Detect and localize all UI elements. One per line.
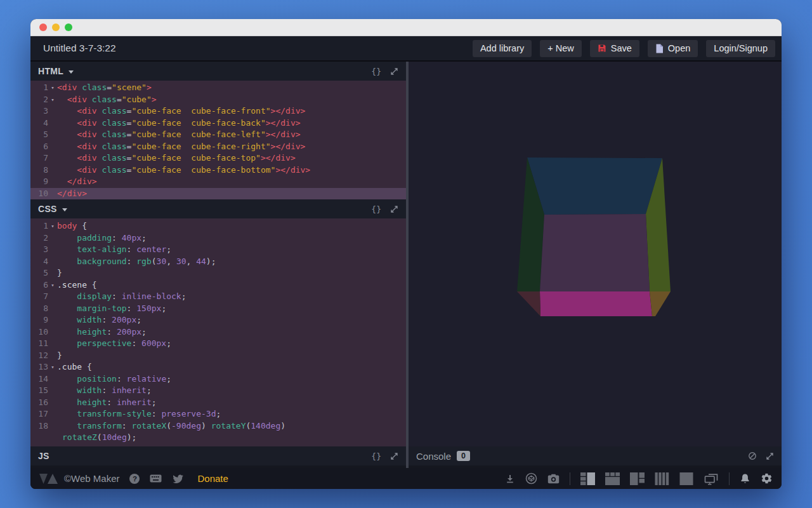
code-line[interactable]: 8 <div class="cube-face cube-face-bottom… bbox=[30, 164, 406, 177]
code-line[interactable]: 10 height: 200px; bbox=[30, 326, 406, 338]
code-line[interactable]: 18 transform: rotateX(-90deg) rotateY(14… bbox=[30, 420, 406, 432]
new-button[interactable]: + New bbox=[540, 40, 582, 57]
expand-console-icon[interactable] bbox=[766, 452, 774, 460]
code-line[interactable]: 5 <div class="cube-face cube-face-left">… bbox=[30, 129, 406, 141]
code-line[interactable]: 7 <div class="cube-face cube-face-top"><… bbox=[30, 152, 406, 164]
login-signup-button[interactable]: Login/Signup bbox=[706, 40, 775, 57]
layout-columns-icon[interactable] bbox=[655, 472, 669, 485]
help-icon[interactable]: ? bbox=[129, 474, 140, 484]
html-pane-label: HTML bbox=[38, 66, 63, 76]
floppy-icon bbox=[598, 44, 606, 53]
open-button[interactable]: Open bbox=[648, 40, 698, 57]
console-count-badge: 0 bbox=[457, 451, 470, 461]
keyboard-icon[interactable] bbox=[150, 474, 162, 483]
chevron-down-icon[interactable] bbox=[62, 208, 67, 211]
html-pane-header: HTML {} bbox=[30, 62, 406, 81]
css-pane-header: CSS {} bbox=[30, 199, 406, 218]
code-line[interactable]: 4 <div class="cube-face cube-face-back">… bbox=[30, 117, 406, 130]
donate-link[interactable]: Donate bbox=[197, 473, 228, 484]
close-button[interactable] bbox=[39, 23, 47, 31]
download-icon[interactable] bbox=[505, 474, 515, 484]
save-button[interactable]: Save bbox=[590, 40, 639, 57]
expand-pane-icon[interactable] bbox=[390, 67, 398, 76]
app-window: Untitled 3-7-3:22 Add library + New Save… bbox=[30, 19, 782, 489]
code-line[interactable]: 11 perspective: 600px; bbox=[30, 338, 406, 350]
code-line[interactable]: 15 width: inherit; bbox=[30, 385, 406, 397]
code-line[interactable]: 1▾body { bbox=[30, 220, 406, 232]
main-area: HTML {} 1▾<div class="scene">2▾ <div cla… bbox=[30, 62, 782, 468]
macos-titlebar bbox=[30, 19, 782, 36]
code-line[interactable]: rotateZ(10deg); bbox=[30, 432, 406, 444]
editor-column: HTML {} 1▾<div class="scene">2▾ <div cla… bbox=[30, 62, 406, 468]
js-pane-header: JS {} bbox=[30, 446, 406, 465]
code-line[interactable]: 3 <div class="cube-face cube-face-front"… bbox=[30, 105, 406, 117]
settings-icon[interactable] bbox=[761, 472, 773, 485]
cube-face-top bbox=[527, 157, 662, 215]
layout-top-icon[interactable] bbox=[605, 472, 620, 485]
notifications-icon[interactable] bbox=[740, 473, 750, 485]
webmaker-logo bbox=[39, 472, 58, 485]
code-line[interactable]: 9 width: 200px; bbox=[30, 314, 406, 326]
code-line[interactable]: 2 padding: 40px; bbox=[30, 232, 406, 244]
clear-console-icon[interactable] bbox=[748, 451, 757, 460]
code-line[interactable]: 6 <div class="cube-face cube-face-right"… bbox=[30, 141, 406, 153]
code-line[interactable]: 2▾ <div class="cube"> bbox=[30, 94, 406, 106]
code-line[interactable]: 10</div> bbox=[30, 188, 406, 200]
layout-left-icon[interactable] bbox=[580, 472, 595, 485]
divider bbox=[729, 472, 730, 485]
preview-frame bbox=[409, 62, 782, 446]
code-line[interactable]: 8 margin-top: 150px; bbox=[30, 303, 406, 315]
code-line[interactable]: 13▾.cube { bbox=[30, 361, 406, 373]
code-line[interactable]: 4 background: rgb(30, 30, 44); bbox=[30, 256, 406, 268]
footer-bar: ©Web Maker ? Donate bbox=[30, 468, 782, 489]
header-buttons: Add library + New Save Open Login/Signup bbox=[473, 40, 775, 57]
chevron-down-icon[interactable] bbox=[69, 70, 74, 74]
layout-right-icon[interactable] bbox=[630, 472, 645, 485]
preview-column: Console 0 bbox=[409, 62, 782, 468]
file-icon bbox=[655, 44, 664, 53]
css-code-editor[interactable]: 1▾body {2 padding: 40px;3 text-align: ce… bbox=[30, 218, 406, 446]
code-line[interactable]: 16 height: inherit; bbox=[30, 397, 406, 409]
css-pane-label: CSS bbox=[38, 204, 57, 214]
detached-window-icon[interactable] bbox=[704, 472, 719, 485]
code-line[interactable]: 1▾<div class="scene"> bbox=[30, 82, 406, 94]
layout-full-icon[interactable] bbox=[679, 472, 693, 485]
console-label: Console bbox=[416, 451, 451, 462]
code-line[interactable]: 14 position: relative; bbox=[30, 373, 406, 385]
minimize-button[interactable] bbox=[52, 23, 60, 31]
divider bbox=[570, 472, 570, 485]
code-line[interactable]: 12} bbox=[30, 350, 406, 362]
zoom-button[interactable] bbox=[65, 23, 72, 31]
code-line[interactable]: 6▾.scene { bbox=[30, 279, 406, 291]
console-bar[interactable]: Console 0 bbox=[409, 446, 782, 465]
app-header: Untitled 3-7-3:22 Add library + New Save… bbox=[30, 36, 782, 62]
screenshot-icon[interactable] bbox=[547, 474, 560, 484]
cube-face-corner-left bbox=[517, 291, 540, 316]
expand-pane-icon[interactable] bbox=[390, 205, 398, 213]
code-line[interactable]: 7 display: inline-block; bbox=[30, 291, 406, 303]
format-code-icon[interactable]: {} bbox=[371, 67, 381, 76]
document-title: Untitled 3-7-3:22 bbox=[43, 43, 116, 54]
code-line[interactable]: 17 transform-style: preserve-3d; bbox=[30, 408, 406, 420]
twitter-icon[interactable] bbox=[172, 474, 183, 483]
html-code-editor[interactable]: 1▾<div class="scene">2▾ <div class="cube… bbox=[30, 81, 406, 199]
code-line[interactable]: 5} bbox=[30, 267, 406, 279]
code-line[interactable]: 3 text-align: center; bbox=[30, 244, 406, 256]
format-code-icon[interactable]: {} bbox=[371, 451, 381, 461]
codepen-icon[interactable] bbox=[525, 472, 537, 485]
preview-cube bbox=[514, 156, 672, 319]
add-library-button[interactable]: Add library bbox=[473, 40, 532, 57]
cube-face-front bbox=[540, 214, 650, 291]
cube-face-bottom-strip bbox=[540, 291, 652, 316]
js-pane-label: JS bbox=[38, 451, 49, 461]
format-code-icon[interactable]: {} bbox=[371, 204, 381, 214]
code-line[interactable]: 9 </div> bbox=[30, 176, 406, 188]
cube-face-corner-right bbox=[650, 291, 671, 316]
brand-text: ©Web Maker bbox=[64, 473, 119, 484]
expand-pane-icon[interactable] bbox=[390, 452, 398, 460]
